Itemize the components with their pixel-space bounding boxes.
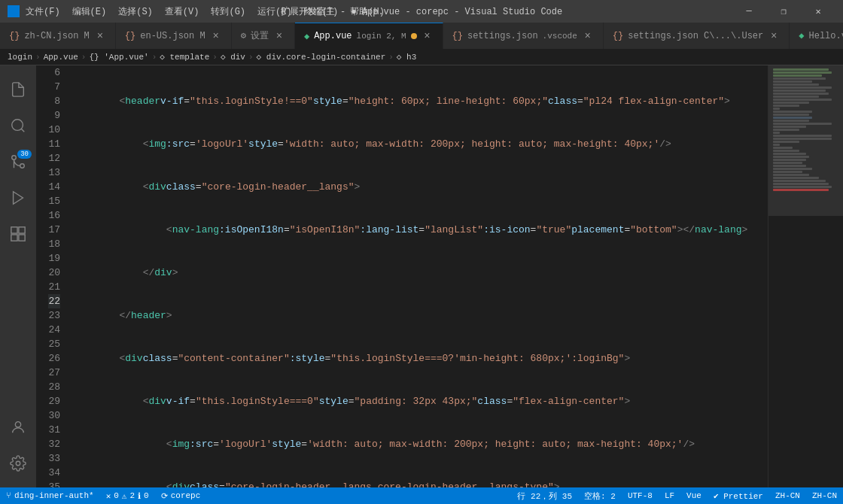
close-button[interactable]: ✕ — [801, 0, 835, 23]
crumb-h3[interactable]: ◇ h3 — [397, 52, 416, 62]
server-icon: ⟳ — [161, 491, 168, 501]
status-prettier[interactable]: ✔ Prettier — [708, 487, 769, 504]
crumb-app-vue[interactable]: App.vue — [44, 53, 78, 62]
tab-icon: {} — [125, 31, 135, 41]
activity-bar: 30 — [0, 65, 36, 487]
sep3: › — [152, 53, 157, 62]
error-icon: ✕ — [106, 491, 111, 501]
status-branch[interactable]: ⑂ ding-inner-auth* — [0, 487, 100, 504]
sep5: › — [248, 53, 254, 62]
code-line-7: <img :src='logoUrl' style='width: auto; … — [72, 137, 768, 151]
tab-zh-cn-json[interactable]: {} zh-CN.json M × — [0, 23, 116, 49]
activity-search[interactable] — [0, 108, 36, 144]
sep1: › — [35, 53, 41, 62]
tab-label: 设置 — [251, 29, 269, 42]
warning-count: 2 — [129, 491, 135, 500]
code-content[interactable]: <header v-if="this.loginStyle!==0" style… — [66, 65, 768, 487]
tab-label: Hello.v — [808, 31, 843, 41]
svg-rect-10 — [19, 227, 25, 233]
minimap-viewport[interactable] — [768, 65, 843, 216]
code-line-9: <nav-lang :isOpenI18n="isOpenI18n" :lang… — [72, 223, 768, 237]
status-spaces[interactable]: 空格: 2 — [578, 487, 622, 504]
svg-rect-3 — [14, 12, 19, 17]
tab-label: en-US.json M — [140, 31, 205, 41]
tab-close-zh-cn[interactable]: × — [94, 30, 106, 42]
tab-close-settings[interactable]: × — [273, 30, 285, 42]
tab-icon: {} — [613, 31, 623, 41]
activity-extensions[interactable] — [0, 216, 36, 252]
locale-alt-label: ZH-CN — [812, 491, 837, 500]
tab-app-vue[interactable]: ◆ App.vue login 2, M × — [295, 23, 443, 49]
svg-point-13 — [15, 422, 20, 427]
info-count: 0 — [144, 491, 149, 500]
svg-rect-9 — [11, 227, 17, 233]
svg-rect-0 — [8, 6, 13, 11]
info-icon: ℹ — [138, 491, 141, 501]
tab-close-settings-vscode[interactable]: × — [582, 30, 594, 42]
svg-marker-8 — [14, 192, 23, 205]
activity-account[interactable] — [0, 409, 36, 445]
minimize-button[interactable]: — — [732, 0, 766, 23]
crumb-template[interactable]: ◇ template — [160, 52, 209, 62]
error-count: 0 — [114, 491, 119, 500]
tab-info: login 2, M — [357, 32, 406, 41]
maximize-button[interactable]: ❐ — [766, 0, 801, 23]
main-area: 30 6 7 8 9 10 11 12 — [0, 65, 843, 487]
status-locale-alt[interactable]: ZH-CN — [806, 487, 843, 504]
tab-settings[interactable]: ⚙ 设置 × — [232, 23, 295, 49]
crumb-appvue-str[interactable]: {} 'App.vue' — [89, 53, 148, 62]
code-container[interactable]: 6 7 8 9 10 11 12 13 14 15 16 17 18 19 20… — [36, 65, 768, 487]
menu-edit[interactable]: 编辑(E) — [72, 5, 107, 18]
branch-name: ding-inner-auth* — [14, 491, 94, 500]
code-line-6: <header v-if="this.loginStyle!==0" style… — [72, 94, 768, 108]
code-line-15: <div class="core-login-header__langs cor… — [72, 480, 768, 487]
tab-label: settings.json — [467, 31, 538, 41]
menu-goto[interactable]: 转到(G) — [211, 5, 245, 18]
vue-icon: ◆ — [304, 31, 309, 42]
minimap — [768, 65, 843, 487]
crumb-div[interactable]: ◇ div — [221, 52, 245, 62]
svg-rect-12 — [11, 235, 17, 241]
activity-files[interactable] — [0, 71, 36, 108]
status-bar: ⑂ ding-inner-auth* ✕ 0 ⚠ 2 ℹ 0 ⟳ corepc … — [0, 487, 843, 504]
tab-label: App.vue — [314, 31, 352, 41]
window-title: 扩展开发宿主 - ● App.vue - corepc - Visual Stu… — [281, 5, 562, 18]
svg-point-14 — [16, 461, 20, 466]
menu-view[interactable]: 查看(V) — [165, 5, 199, 18]
menu-select[interactable]: 选择(S) — [118, 5, 153, 18]
activity-debug[interactable] — [0, 180, 36, 216]
status-line-ending[interactable]: LF — [659, 487, 680, 504]
status-bar-right: 行 22，列 35 空格: 2 UTF-8 LF Vue ✔ Prettier … — [511, 487, 843, 504]
code-line-14: <img :src='logoUrl' style='width: auto; … — [72, 437, 768, 451]
status-position[interactable]: 行 22，列 35 — [511, 487, 578, 504]
activity-settings[interactable] — [0, 445, 36, 481]
tab-settings-json-user[interactable]: {} settings.json C\...\.User × — [604, 23, 790, 49]
svg-rect-2 — [8, 12, 13, 17]
svg-rect-11 — [19, 235, 25, 241]
tab-close-en-us[interactable]: × — [210, 30, 222, 42]
tab-close-app-vue[interactable]: × — [422, 30, 434, 42]
modified-indicator — [411, 33, 417, 39]
line-ending-label: LF — [665, 491, 674, 500]
tab-icon: ◆ — [799, 30, 804, 41]
status-errors-warnings[interactable]: ✕ 0 ⚠ 2 ℹ 0 — [100, 487, 155, 504]
status-encoding[interactable]: UTF-8 — [622, 487, 659, 504]
status-server[interactable]: ⟳ corepc — [155, 487, 207, 504]
crumb-login[interactable]: login — [8, 53, 32, 62]
sep2: › — [81, 53, 87, 62]
status-language[interactable]: Vue — [680, 487, 708, 504]
editor-area: 6 7 8 9 10 11 12 13 14 15 16 17 18 19 20… — [36, 65, 843, 487]
tab-settings-json-vscode[interactable]: {} settings.json .vscode × — [443, 23, 604, 49]
activity-source-control[interactable]: 30 — [0, 144, 36, 180]
line-col: 行 22，列 35 — [517, 490, 572, 502]
tab-close-settings-user[interactable]: × — [768, 30, 780, 42]
status-locale[interactable]: ZH-CN — [769, 487, 806, 504]
tab-en-us-json[interactable]: {} en-US.json M × — [116, 23, 232, 49]
tab-hello-v[interactable]: ◆ Hello.v × — [790, 23, 843, 49]
status-bar-left: ⑂ ding-inner-auth* ✕ 0 ⚠ 2 ℹ 0 ⟳ corepc — [0, 487, 206, 504]
window-controls[interactable]: — ❐ ✕ — [732, 0, 835, 23]
menu-file[interactable]: 文件(F) — [26, 5, 60, 18]
line-numbers: 6 7 8 9 10 11 12 13 14 15 16 17 18 19 20… — [36, 65, 66, 487]
title-bar: 文件(F) 编辑(E) 选择(S) 查看(V) 转到(G) 运行(R) 终端(T… — [0, 0, 843, 23]
crumb-div-container[interactable]: ◇ div.core-login-container — [257, 52, 386, 62]
